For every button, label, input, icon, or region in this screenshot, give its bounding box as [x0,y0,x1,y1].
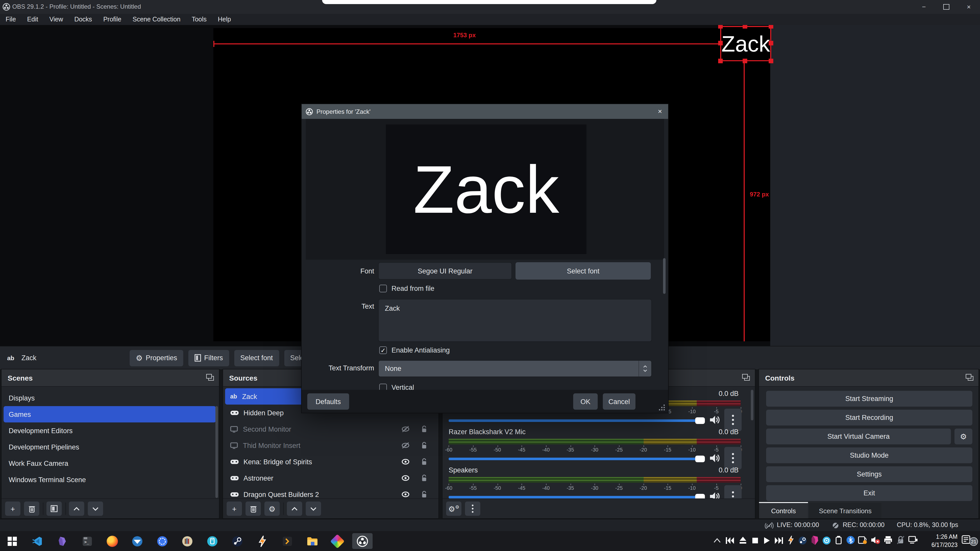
advanced-audio-properties-button[interactable]: ⚙⚙ [446,502,461,516]
enable-antialiasing-row[interactable]: ✓ Enable Antialiasing [379,346,450,354]
studio-mode-button[interactable]: Studio Mode [766,448,972,463]
cancel-button[interactable]: Cancel [603,393,635,410]
properties-button[interactable]: ⚙ Properties [130,350,183,366]
menu-scene-collection[interactable]: Scene Collection [127,14,186,25]
scene-move-down-button[interactable] [88,502,103,516]
volume-slider[interactable] [449,457,704,460]
enable-antialiasing-checkbox[interactable]: ✓ [379,346,387,354]
text-transform-select[interactable]: None [378,360,652,377]
source-move-down-button[interactable] [306,502,321,516]
popout-icon[interactable] [742,374,750,381]
add-source-button[interactable]: + [227,502,242,516]
tray-gem-icon[interactable] [811,536,819,545]
scene-item[interactable]: Work Faux Camera [2,455,219,472]
slider-handle[interactable] [695,456,705,462]
dialog-scrollbar[interactable] [663,258,666,294]
dialog-title-bar[interactable]: Properties for 'Zack' × [302,104,668,119]
remove-source-button[interactable] [245,502,261,516]
volume-muted-icon[interactable] [871,536,880,545]
taskbar-clock[interactable]: 1:26 AM 6/17/2023 [932,533,958,549]
select-font-quick-button[interactable]: Select font [234,350,279,366]
mixer-menu-button[interactable] [465,502,480,516]
media-eject-icon[interactable] [740,537,746,544]
media-previous-icon[interactable] [726,537,734,544]
select-font-button[interactable]: Select font [515,262,651,279]
read-from-file-row[interactable]: Read from file [379,285,434,292]
scene-item-selected[interactable]: Games [3,406,216,422]
scene-item[interactable]: Development Pipelines [2,439,219,455]
slider-handle[interactable] [695,417,705,424]
bluetooth-icon[interactable] [846,536,855,545]
menu-file[interactable]: File [0,14,21,25]
scene-move-up-button[interactable] [69,502,84,516]
lock-slash-icon[interactable] [897,536,904,545]
scene-item[interactable]: Displays [2,390,219,406]
scene-filters-button[interactable] [46,502,62,516]
printer-icon[interactable] [883,536,893,545]
menu-view[interactable]: View [44,14,68,25]
menu-tools[interactable]: Tools [186,14,212,25]
calibre-icon[interactable] [177,533,197,549]
bitwarden-icon[interactable] [202,533,223,549]
lock-open-icon[interactable] [421,441,427,449]
start-recording-button[interactable]: Start Recording [766,410,972,426]
exit-button[interactable]: Exit [766,485,972,501]
file-explorer-icon[interactable] [302,533,323,549]
tab-scene-transitions[interactable]: Scene Transitions [809,503,881,518]
rotation-lock-icon[interactable] [858,536,867,545]
vscode-icon[interactable] [27,533,48,549]
obs-taskbar-icon-active[interactable] [352,533,372,549]
defaults-button[interactable]: Defaults [307,393,349,410]
virtual-camera-settings-button[interactable]: ⚙ [955,429,972,445]
menu-edit[interactable]: Edit [21,14,44,25]
resize-handle-w[interactable] [718,41,723,45]
dialog-close-icon[interactable]: × [658,107,662,115]
start-button[interactable] [2,533,22,549]
popout-icon[interactable] [966,374,974,381]
source-item[interactable]: Kena: Bridge of Spirits [223,454,438,470]
steam-icon[interactable] [227,533,248,549]
terminal-icon[interactable]: >_ [77,533,97,549]
read-from-file-checkbox[interactable] [379,285,387,292]
source-item[interactable]: Second Monitor [223,421,438,437]
lock-open-icon[interactable] [421,474,427,482]
resize-grip-icon[interactable] [659,405,665,411]
filters-button[interactable]: Filters [188,350,229,366]
ok-button[interactable]: OK [573,393,598,410]
tab-controls[interactable]: Controls [759,502,808,518]
media-play-icon[interactable] [764,537,770,544]
winamp-icon[interactable] [252,533,272,549]
resize-handle-nw[interactable] [718,25,723,29]
lock-open-icon[interactable] [421,458,427,465]
settings-button[interactable]: Settings [766,466,972,482]
signal-icon[interactable] [152,533,172,549]
text-input[interactable]: Zack [378,299,652,342]
resize-handle-sw[interactable] [718,59,723,63]
scene-item[interactable]: Development Editors [2,422,219,439]
add-scene-button[interactable]: + [5,502,21,516]
visibility-visible-icon[interactable] [401,458,410,465]
scene-item[interactable]: Windows Terminal Scene [2,472,219,488]
start-virtual-camera-button[interactable]: Start Virtual Camera [766,429,951,445]
volume-slider[interactable] [449,496,704,499]
remove-scene-button[interactable] [24,502,39,516]
maximize-button[interactable] [935,0,958,14]
powershell-icon[interactable] [277,533,298,549]
visibility-visible-icon[interactable] [401,475,410,482]
spinner-buttons[interactable] [638,361,651,376]
start-streaming-button[interactable]: Start Streaming [766,391,972,407]
minimize-button[interactable]: − [913,0,935,14]
selected-source-bounding-box[interactable]: Zack [720,26,771,61]
resize-handle-s[interactable] [743,59,747,63]
notification-center-button[interactable]: 21 [962,534,977,548]
tray-wheel-icon[interactable] [822,536,831,545]
volume-slider[interactable] [449,419,704,422]
resize-handle-n[interactable] [743,25,747,29]
tray-expand-chevron-icon[interactable] [714,538,721,543]
tray-container-icon[interactable] [835,536,842,545]
source-item[interactable]: Thid Monitor Insert [223,437,438,454]
gem-app-icon[interactable] [327,533,348,549]
volume-icon[interactable] [709,453,720,463]
menu-docks[interactable]: Docks [68,14,97,25]
volume-icon[interactable] [709,415,720,425]
